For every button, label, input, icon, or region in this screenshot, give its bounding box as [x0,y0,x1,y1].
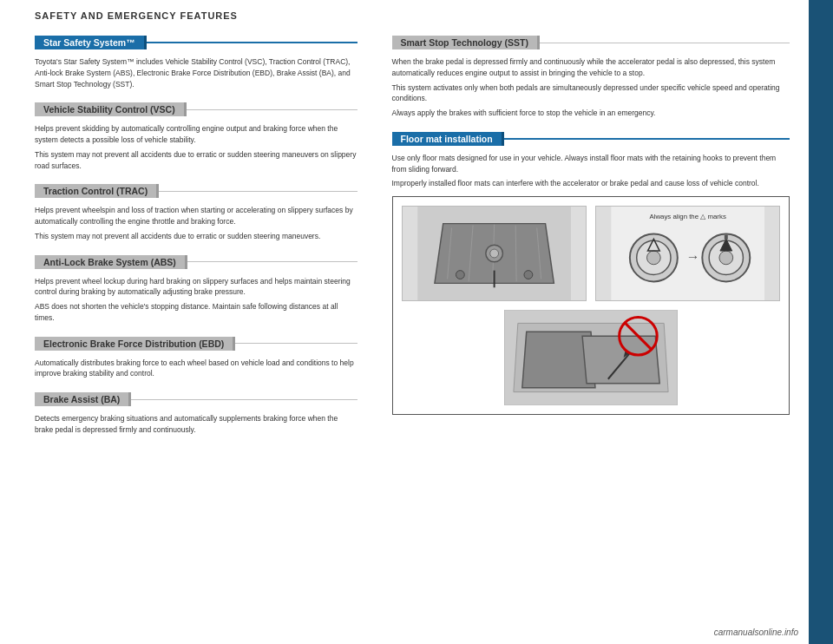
watermark: carmanualsonline.info [714,628,798,637]
section-label-trac: Traction Control (TRAC) [35,184,159,198]
section-line-abs [187,261,357,262]
svg-point-9 [456,271,464,279]
svg-point-10 [523,271,532,279]
section-line-sst [540,43,790,43]
page: SAFETY AND EMERGENCY FEATURES Star Safet… [0,0,833,644]
floor-mat-images-row: Always align the △ marks → [402,206,781,301]
section-text-vsc: Helps prevent skidding by automatically … [35,123,357,146]
section-text-trac: Helps prevent wheelspin and loss of trac… [35,205,357,227]
svg-text:→: → [685,249,699,264]
floor-mat-image-bottom [504,310,678,405]
section-bar-star-safety: Star Safety System™ [35,33,357,52]
section-line-trac [159,191,357,192]
floor-mat-illustration-box: Always align the △ marks → [392,196,790,415]
left-column: Star Safety System™ Toyota's Star Safety… [35,26,375,644]
svg-text:Always align the △ marks: Always align the △ marks [649,213,725,220]
right-sidebar [809,0,833,644]
main-content: Star Safety System™ Toyota's Star Safety… [0,26,833,644]
svg-point-8 [489,249,498,258]
section-label-vsc: Vehicle Stability Control (VSC) [35,102,187,116]
svg-point-16 [646,251,660,265]
page-header: SAFETY AND EMERGENCY FEATURES [0,0,833,26]
floor-mat-image-bottom-wrapper [402,310,781,405]
section-bar-ba: Brake Assist (BA) [35,390,357,409]
section-bar-abs: Anti-Lock Brake System (ABS) [35,253,357,272]
section-text-ebd: Automatically distributes braking force … [35,358,357,380]
section-bar-floor-mat: Floor mat installation [392,129,790,148]
section-text-star-safety: Toyota's Star Safety System™ includes Ve… [35,56,357,89]
section-bar-ebd: Electronic Brake Force Distribution (EBD… [35,334,357,353]
section-text-sst3: Always apply the brakes with sufficient … [392,108,790,119]
section-line-star-safety [147,42,357,43]
section-line-ebd [235,343,357,344]
section-label-sst: Smart Stop Technology (SST) [392,36,540,49]
svg-point-21 [719,251,733,265]
section-bar-vsc: Vehicle Stability Control (VSC) [35,100,357,119]
section-text-vsc2: This system may not prevent all accident… [35,149,357,172]
section-label-floor-mat: Floor mat installation [392,132,504,146]
section-text-ba: Detects emergency braking situations and… [35,413,357,436]
svg-rect-23 [725,234,728,240]
section-bar-sst: Smart Stop Technology (SST) [392,33,790,52]
section-label-ebd: Electronic Brake Force Distribution (EBD… [35,337,235,351]
section-text-abs: Helps prevent wheel lockup during hard b… [35,276,357,299]
section-text-sst2: This system activates only when both ped… [392,82,790,105]
section-line-ba [131,399,357,400]
section-text-abs2: ABS does not shorten the vehicle's stopp… [35,301,357,324]
section-bar-trac: Traction Control (TRAC) [35,181,357,200]
floor-mat-image-left [402,206,587,301]
floor-mat-image-right: Always align the △ marks → [595,206,780,301]
section-label-abs: Anti-Lock Brake System (ABS) [35,255,187,269]
section-line-floor-mat [504,138,790,140]
section-text-floor-mat2: Improperly installed floor mats can inte… [392,178,790,189]
section-label-star-safety: Star Safety System™ [35,36,147,49]
section-line-vsc [187,109,357,110]
section-text-floor-mat: Use only floor mats designed for use in … [392,153,790,175]
section-text-trac2: This system may not prevent all accident… [35,231,357,242]
page-title: SAFETY AND EMERGENCY FEATURES [35,10,238,21]
section-label-ba: Brake Assist (BA) [35,392,131,406]
section-text-sst: When the brake pedal is depressed firmly… [392,56,790,79]
right-column: Smart Stop Technology (SST) When the bra… [375,26,790,644]
